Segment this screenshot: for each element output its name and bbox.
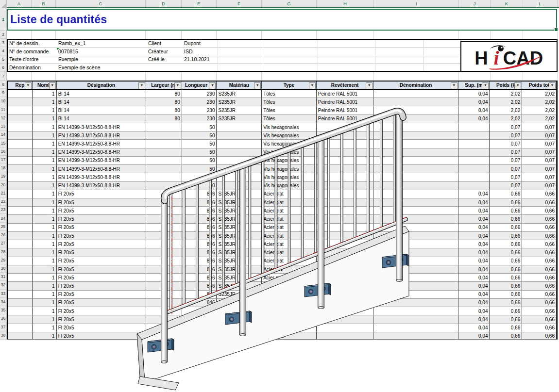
cell-B11[interactable]: 1 — [33, 106, 57, 114]
cell-A30[interactable] — [8, 265, 33, 274]
row-header-30[interactable]: 30 — [0, 264, 6, 273]
cell-B34[interactable]: 1 — [33, 299, 57, 307]
cell-B19[interactable]: 1 — [33, 173, 57, 181]
cell-A11[interactable] — [8, 106, 33, 114]
filter-dropdown-button[interactable]: ▼ — [366, 82, 373, 89]
cell-A17[interactable] — [8, 157, 33, 165]
info-value[interactable]: 21.10.2021 — [183, 56, 218, 64]
info-value[interactable]: Exemple de scène — [57, 64, 147, 72]
column-header-nomb[interactable]: Nomb▼ — [33, 82, 57, 90]
cell-L34[interactable]: 0,66 — [522, 299, 557, 307]
cell-A27[interactable] — [8, 240, 33, 248]
column-header-B[interactable]: B — [32, 0, 56, 7]
row-header-25[interactable]: 25 — [0, 223, 6, 231]
cell-L35[interactable]: 0,66 — [522, 307, 557, 315]
row-header-4[interactable]: 4 — [0, 47, 6, 55]
row-header-1[interactable]: 1 — [0, 8, 6, 31]
row-header-28[interactable]: 28 — [0, 247, 6, 256]
cell-L23[interactable]: 0,66 — [522, 207, 557, 215]
column-header-L[interactable]: L — [523, 0, 558, 7]
row-header-10[interactable]: 10 — [0, 97, 6, 105]
column-header-strip[interactable]: ABCDEFGHIJKL — [7, 0, 559, 8]
column-header-désignation[interactable]: Désignation▼ — [57, 82, 146, 90]
column-header-poids-tot[interactable]: Poids tot▼ — [522, 82, 557, 90]
filter-dropdown-button[interactable]: ▼ — [138, 82, 145, 89]
cell-A22[interactable] — [8, 198, 33, 207]
column-header-C[interactable]: C — [56, 0, 146, 7]
cell-A37[interactable] — [8, 324, 33, 332]
cell-L37[interactable]: 0,66 — [522, 324, 557, 332]
cell-A25[interactable] — [8, 224, 33, 232]
row-header-9[interactable]: 9 — [0, 89, 6, 97]
row-header-21[interactable]: 21 — [0, 189, 6, 197]
cell-B33[interactable]: 1 — [33, 291, 57, 299]
row-header-37[interactable]: 37 — [0, 323, 6, 331]
cell-A32[interactable] — [8, 282, 33, 290]
info-label[interactable]: Dénomination — [8, 64, 57, 72]
row-header-strip[interactable]: 1234567891011121314151617181920212223242… — [0, 8, 7, 340]
row-header-12[interactable]: 12 — [0, 114, 6, 122]
cell-A21[interactable] — [8, 190, 33, 198]
row-header-24[interactable]: 24 — [0, 214, 6, 222]
cell-B38[interactable]: 1 — [33, 332, 57, 340]
row-header-8[interactable]: 8 — [0, 81, 6, 89]
cell-A9[interactable] — [8, 90, 33, 98]
row-header-23[interactable]: 23 — [0, 206, 6, 214]
row-header-34[interactable]: 34 — [0, 298, 6, 306]
info-value[interactable]: Exemple — [57, 56, 147, 64]
cell-L13[interactable]: 0,07 — [522, 123, 557, 131]
cell-B14[interactable]: 1 — [33, 131, 57, 140]
cell-B36[interactable]: 1 — [33, 315, 57, 324]
row-header-22[interactable]: 22 — [0, 197, 6, 206]
cell-L15[interactable]: 0,07 — [522, 140, 557, 148]
info-value[interactable] — [183, 64, 218, 72]
cell-B30[interactable]: 1 — [33, 265, 57, 274]
cell-A13[interactable] — [8, 123, 33, 131]
cell-L22[interactable]: 0,66 — [522, 198, 557, 207]
cell-A33[interactable] — [8, 291, 33, 299]
cell-L12[interactable]: 2,02 — [522, 115, 557, 123]
row-header-16[interactable]: 16 — [0, 147, 6, 156]
row-header-14[interactable]: 14 — [0, 131, 6, 139]
cell-A19[interactable] — [8, 173, 33, 181]
info-label[interactable]: N° de dessin. — [8, 40, 57, 48]
column-header-H[interactable]: H — [317, 0, 374, 7]
row-header-33[interactable]: 33 — [0, 290, 6, 298]
select-all-corner[interactable] — [0, 0, 7, 8]
filter-dropdown-button[interactable]: ▼ — [482, 82, 489, 89]
column-header-rep[interactable]: Rep▼ — [8, 82, 33, 90]
column-header-F[interactable]: F — [217, 0, 262, 7]
cell-B32[interactable]: 1 — [33, 282, 57, 290]
column-header-dénomination[interactable]: Dénomination▼ — [373, 82, 458, 90]
cell-A34[interactable] — [8, 299, 33, 307]
cell-A10[interactable] — [8, 98, 33, 106]
cell-L31[interactable]: 0,66 — [522, 274, 557, 282]
cell-B29[interactable]: 1 — [33, 257, 57, 265]
cell-B10[interactable]: 1 — [33, 98, 57, 106]
cell-B22[interactable]: 1 — [33, 198, 57, 207]
cell-B18[interactable]: 1 — [33, 165, 57, 173]
cell-A16[interactable] — [8, 148, 33, 157]
row-header-7[interactable]: 7 — [0, 72, 6, 81]
row-header-3[interactable]: 3 — [0, 39, 6, 47]
column-header-K[interactable]: K — [491, 0, 523, 7]
cell-A28[interactable] — [8, 248, 33, 257]
row-header-29[interactable]: 29 — [0, 256, 6, 264]
column-header-A[interactable]: A — [7, 0, 32, 7]
filter-dropdown-button[interactable]: ▼ — [174, 82, 181, 89]
info-label[interactable]: N° de commande — [8, 48, 57, 56]
cell-B23[interactable]: 1 — [33, 207, 57, 215]
column-header-type[interactable]: Type▼ — [262, 82, 317, 90]
cell-L24[interactable]: 0,66 — [522, 215, 557, 223]
filter-dropdown-button[interactable]: ▼ — [209, 82, 216, 89]
cell-A36[interactable] — [8, 315, 33, 324]
info-label[interactable]: Créateur — [147, 48, 183, 56]
row-header-31[interactable]: 31 — [0, 273, 6, 281]
filter-dropdown-button[interactable]: ▼ — [25, 82, 32, 89]
column-header-E[interactable]: E — [182, 0, 217, 7]
column-header-sup-m[interactable]: Sup. (m▼ — [458, 82, 490, 90]
row-header-5[interactable]: 5 — [0, 55, 6, 64]
column-header-longueur-n[interactable]: Longueur (n▼ — [182, 82, 217, 90]
cell-L16[interactable]: 0,07 — [522, 148, 557, 157]
cell-A29[interactable] — [8, 257, 33, 265]
